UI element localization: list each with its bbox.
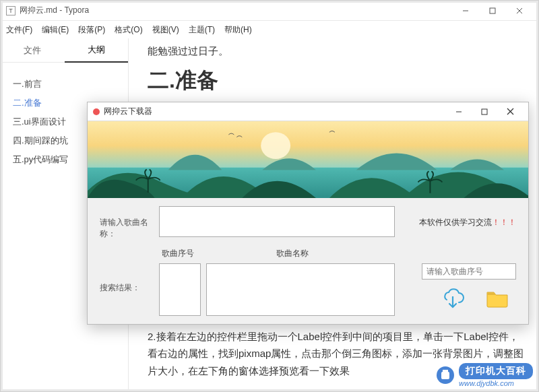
song-name-input[interactable] <box>159 206 395 237</box>
download-cloud-icon <box>441 288 465 309</box>
svg-point-9 <box>261 132 290 159</box>
minimize-button[interactable] <box>452 1 479 21</box>
downloader-dialog: 网抑云下载器 <box>87 102 529 325</box>
col-name: 歌曲名称 <box>276 248 309 259</box>
name-list[interactable] <box>206 263 395 316</box>
disclaimer-text: 本软件仅供学习交流！！！ <box>419 206 516 228</box>
seq-list[interactable] <box>159 263 201 316</box>
heading-h1: 二.准备 <box>148 66 519 96</box>
watermark-logo-icon <box>436 366 455 385</box>
folder-icon <box>485 288 509 308</box>
dialog-title: 网抑云下载器 <box>104 106 152 117</box>
titlebar: T 网抑云.md - Typora <box>1 1 538 21</box>
menubar: 文件(F) 编辑(E) 段落(P) 格式(O) 视图(V) 主题(T) 帮助(H… <box>1 21 538 38</box>
menu-edit[interactable]: 编辑(E) <box>42 24 69 36</box>
menu-theme[interactable]: 主题(T) <box>189 24 215 36</box>
watermark: 打印机大百科 www.djydbk.com <box>436 363 533 387</box>
col-seq: 歌曲序号 <box>162 248 202 259</box>
menu-help[interactable]: 帮助(H) <box>224 24 252 36</box>
menu-paragraph[interactable]: 段落(P) <box>78 24 105 36</box>
song-name-label: 请输入歌曲名称： <box>100 206 154 240</box>
menu-view[interactable]: 视图(V) <box>152 24 179 36</box>
tab-file[interactable]: 文件 <box>1 38 65 63</box>
watermark-badge: 打印机大百科 <box>459 363 533 379</box>
folder-button[interactable] <box>484 286 511 311</box>
svg-rect-15 <box>441 372 449 379</box>
close-button[interactable] <box>506 1 533 21</box>
menu-file[interactable]: 文件(F) <box>6 24 32 36</box>
dialog-app-icon <box>93 108 100 115</box>
result-label: 搜索结果： <box>100 263 154 294</box>
seq-input[interactable] <box>422 263 516 280</box>
outline-item[interactable]: 一.前言 <box>13 75 116 94</box>
dialog-close-button[interactable] <box>497 102 523 121</box>
svg-rect-1 <box>490 8 495 13</box>
svg-rect-16 <box>443 370 448 372</box>
column-headers: 歌曲序号 歌曲名称 <box>162 248 516 259</box>
svg-rect-5 <box>482 109 487 115</box>
tab-outline[interactable]: 大纲 <box>65 38 129 63</box>
app-icon: T <box>6 6 15 15</box>
text-line: 能勉强过过日子。 <box>148 45 519 58</box>
banner-image <box>88 121 528 198</box>
dialog-minimize-button[interactable] <box>446 102 472 121</box>
watermark-url: www.djydbk.com <box>459 379 533 387</box>
menu-format[interactable]: 格式(O) <box>115 24 142 36</box>
dialog-maximize-button[interactable] <box>472 102 497 121</box>
download-button[interactable] <box>439 286 466 311</box>
maximize-button[interactable] <box>479 1 506 21</box>
window-title: 网抑云.md - Typora <box>20 5 89 16</box>
dialog-titlebar: 网抑云下载器 <box>88 102 528 121</box>
